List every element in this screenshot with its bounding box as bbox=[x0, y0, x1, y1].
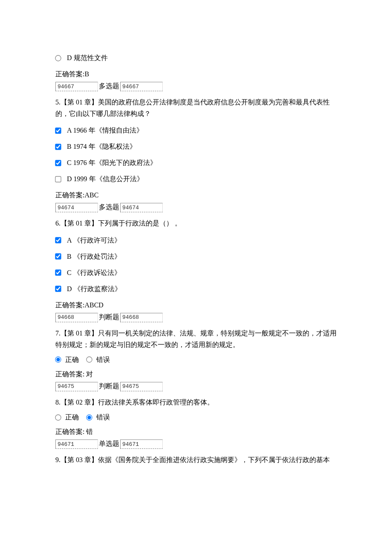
q6-option-b-label: B 《行政处罚法》 bbox=[67, 251, 121, 262]
q7-options: 正确 错误 bbox=[55, 355, 337, 365]
q5-option-c: C 1976 年《阳光下的政府法》 bbox=[55, 158, 337, 168]
q8-options: 正确 错误 bbox=[55, 412, 337, 422]
q8-code1-input[interactable] bbox=[55, 439, 98, 449]
q6-type-label: 判断题 bbox=[99, 312, 119, 322]
q5-option-d: D 1999 年《信息公开法》 bbox=[55, 174, 337, 184]
q7-text: 7.【第 01 章】只有同一机关制定的法律、法规、规章，特别规定与一般规定不一致… bbox=[55, 327, 337, 350]
q5-text: 5.【第 01 章】美国的政府信息公开法律制度是当代政府信息公开制度最为完善和最… bbox=[55, 96, 337, 119]
q7-radio-true[interactable] bbox=[55, 357, 61, 363]
q5-checkbox-c[interactable] bbox=[55, 160, 61, 166]
q5-checkbox-b[interactable] bbox=[55, 144, 61, 150]
q5-checkbox-a[interactable] bbox=[55, 127, 61, 133]
q6-option-b: B 《行政处罚法》 bbox=[55, 251, 337, 262]
q5-code1-input[interactable] bbox=[55, 203, 98, 212]
q8-option-false: 错误 bbox=[86, 412, 110, 422]
q8-type-label: 单选题 bbox=[99, 439, 119, 449]
q6-option-c: C 《行政诉讼法》 bbox=[55, 268, 337, 278]
q5-checkbox-d[interactable] bbox=[55, 176, 61, 182]
q7-code2-input[interactable] bbox=[120, 382, 163, 391]
q4-answer: 正确答案:B bbox=[55, 69, 337, 79]
q4-meta: 多选题 bbox=[55, 81, 337, 91]
q7-true-label: 正确 bbox=[65, 355, 79, 365]
q4-option-d-label: D 规范性文件 bbox=[67, 53, 108, 63]
q8-radio-false[interactable] bbox=[86, 414, 92, 420]
q6-code2-input[interactable] bbox=[120, 313, 163, 322]
q6-checkbox-b[interactable] bbox=[55, 253, 61, 259]
q6-checkbox-d[interactable] bbox=[55, 286, 61, 292]
q4-code1-input[interactable] bbox=[55, 82, 98, 91]
q7-meta: 判断题 bbox=[55, 381, 337, 391]
q6-answer: 正确答案:ABCD bbox=[55, 300, 337, 310]
q6-text: 6.【第 01 章】下列属于行政法的是（） 。 bbox=[55, 217, 337, 229]
q8-option-true: 正确 bbox=[55, 412, 79, 422]
q6-option-d: D 《行政监察法》 bbox=[55, 284, 337, 294]
q4-code2-input[interactable] bbox=[120, 82, 163, 91]
q8-text: 8.【第 02 章】行政法律关系客体即行政管理的客体。 bbox=[55, 396, 337, 408]
q4-option-d: D 规范性文件 bbox=[55, 53, 337, 63]
q7-option-true: 正确 bbox=[55, 355, 79, 365]
q7-radio-false[interactable] bbox=[86, 357, 92, 363]
q6-option-a: A 《行政许可法》 bbox=[55, 235, 337, 246]
q6-meta: 判断题 bbox=[55, 312, 337, 322]
q5-option-a: A 1966 年《情报自由法》 bbox=[55, 125, 337, 136]
q5-meta: 多选题 bbox=[55, 202, 337, 212]
q5-option-b-label: B 1974 年《隐私权法》 bbox=[67, 142, 136, 152]
q5-code2-input[interactable] bbox=[120, 203, 163, 212]
q5-type-label: 多选题 bbox=[99, 202, 119, 212]
q4-type-label: 多选题 bbox=[99, 81, 119, 91]
q7-false-label: 错误 bbox=[96, 355, 110, 365]
q9-text: 9.【第 03 章】依据《国务院关于全面推进依法行政实施纲要》，下列不属于依法行… bbox=[55, 454, 337, 465]
q7-type-label: 判断题 bbox=[99, 381, 119, 391]
q5-option-c-label: C 1976 年《阳光下的政府法》 bbox=[67, 158, 157, 168]
q6-option-d-label: D 《行政监察法》 bbox=[67, 284, 121, 294]
q8-false-label: 错误 bbox=[96, 412, 110, 422]
q7-code1-input[interactable] bbox=[55, 382, 98, 391]
q6-option-c-label: C 《行政诉讼法》 bbox=[67, 268, 121, 278]
q8-radio-true[interactable] bbox=[55, 414, 61, 420]
q6-checkbox-c[interactable] bbox=[55, 269, 61, 275]
q5-option-d-label: D 1999 年《信息公开法》 bbox=[67, 174, 144, 184]
q6-checkbox-a[interactable] bbox=[55, 237, 61, 243]
q7-option-false: 错误 bbox=[86, 355, 110, 365]
q8-meta: 单选题 bbox=[55, 439, 337, 449]
q8-code2-input[interactable] bbox=[120, 439, 163, 449]
q8-answer: 正确答案: 错 bbox=[55, 427, 337, 437]
q5-option-a-label: A 1966 年《情报自由法》 bbox=[67, 125, 143, 136]
q6-code1-input[interactable] bbox=[55, 313, 98, 322]
q5-answer: 正确答案:ABC bbox=[55, 190, 337, 200]
q8-true-label: 正确 bbox=[65, 412, 79, 422]
q7-answer: 正确答案: 对 bbox=[55, 369, 337, 379]
q4-radio-d[interactable] bbox=[55, 55, 61, 61]
q6-option-a-label: A 《行政许可法》 bbox=[67, 235, 121, 246]
q5-option-b: B 1974 年《隐私权法》 bbox=[55, 142, 337, 152]
